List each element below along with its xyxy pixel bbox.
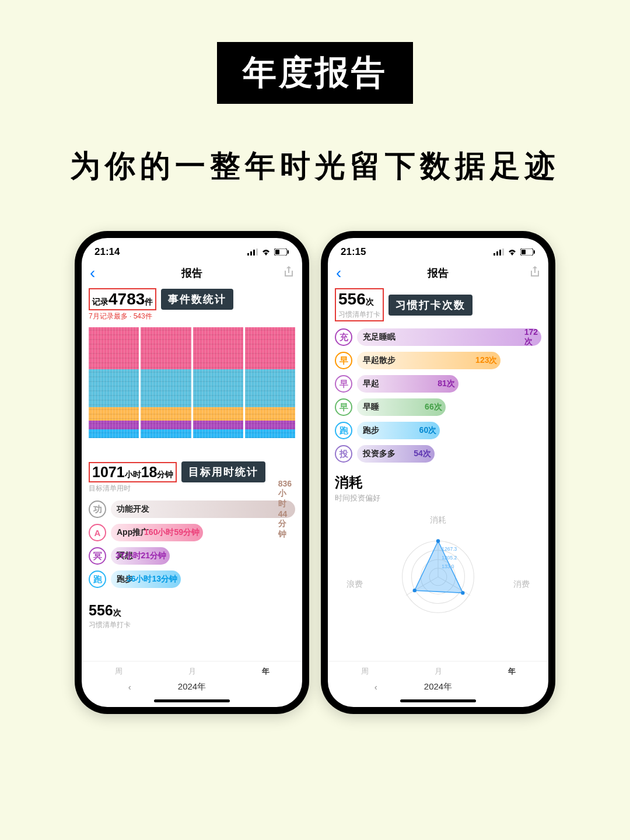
subtitle: 为你的一整年时光留下数据足迹: [0, 146, 630, 187]
phone-left: 21:14 ‹ 报告: [75, 231, 309, 714]
stat-time-sub: 目标清单用时: [89, 484, 295, 494]
svg-rect-12: [522, 250, 526, 254]
period-tabs: 周 月 年: [82, 661, 302, 678]
svg-point-24: [461, 591, 464, 594]
stat-events: 记录4783件: [89, 288, 156, 310]
bar-label: 早起: [363, 375, 379, 393]
consume-subtitle: 时间投资偏好: [335, 493, 541, 503]
heatmap-chart[interactable]: [89, 327, 295, 438]
bar-row[interactable]: 冥 冥想 37小时21分钟: [89, 547, 295, 565]
tab-year[interactable]: 年: [508, 666, 516, 677]
bar-icon: 充: [335, 328, 352, 346]
bar-row[interactable]: 跑 跑步 36小时13分钟: [89, 570, 295, 588]
radar-label-top: 消耗: [430, 515, 446, 526]
svg-rect-9: [499, 250, 501, 256]
bar-value: 60次: [419, 422, 437, 439]
status-bar: 21:15: [328, 238, 548, 260]
status-time: 21:15: [341, 246, 366, 258]
title-badge: 年度报告: [217, 42, 413, 104]
bar-row[interactable]: 充 充足睡眠 172次: [335, 328, 541, 346]
bar-icon: 跑: [335, 422, 352, 439]
stat-events-sub: 7月记录最多 · 543件: [89, 312, 295, 321]
bar-row[interactable]: 跑 跑步 60次: [335, 422, 541, 439]
label-events: 事件数统计: [161, 289, 233, 310]
home-indicator: [154, 699, 230, 702]
bar-value: 37小时21分钟: [116, 547, 166, 565]
status-time: 21:14: [94, 246, 120, 258]
svg-point-23: [413, 589, 416, 592]
bar-icon: 功: [89, 501, 106, 518]
prev-year-button[interactable]: ‹: [374, 682, 377, 692]
battery-icon: [274, 249, 289, 256]
signal-icon: [494, 249, 504, 256]
radar-label-left: 浪费: [346, 579, 363, 590]
tab-week[interactable]: 周: [115, 666, 123, 677]
signal-icon: [247, 249, 258, 256]
tab-month[interactable]: 月: [435, 666, 442, 677]
bar-value: 81次: [438, 375, 455, 393]
tab-week[interactable]: 周: [361, 666, 369, 677]
share-button[interactable]: [284, 266, 294, 280]
year-label[interactable]: 2024年: [424, 681, 452, 692]
svg-rect-3: [256, 249, 258, 256]
svg-rect-7: [494, 253, 495, 256]
svg-rect-13: [534, 250, 535, 254]
label-time: 目标用时统计: [181, 461, 265, 482]
radar-label-right: 消费: [513, 579, 530, 590]
stat-habit: 556次: [89, 602, 295, 619]
bar-icon: 投: [335, 445, 352, 463]
svg-text:133.0: 133.0: [442, 564, 454, 569]
bar-value: 172次: [524, 328, 538, 346]
bar-label: 早起散步: [363, 352, 396, 369]
bar-row[interactable]: 早 早起 81次: [335, 375, 541, 393]
wifi-icon: [261, 249, 271, 256]
bar-value: 123次: [475, 352, 497, 369]
bar-value: 66次: [425, 398, 442, 416]
status-icons: [494, 249, 536, 256]
bar-label: 跑步: [363, 422, 379, 439]
label-habit: 习惯打卡次数: [388, 295, 473, 316]
svg-rect-8: [496, 251, 498, 256]
prev-year-button[interactable]: ‹: [128, 682, 131, 692]
svg-text:1205.2: 1205.2: [442, 555, 457, 561]
stat-habit: 556次 习惯清单打卡: [335, 288, 384, 321]
stat-habit-sub: 习惯清单打卡: [89, 620, 295, 630]
svg-rect-6: [288, 250, 289, 254]
svg-rect-10: [502, 249, 504, 256]
stat-time: 1071小时18分钟: [89, 462, 177, 482]
bar-icon: 早: [335, 375, 352, 393]
status-icons: [247, 249, 289, 256]
bar-icon: 早: [335, 352, 352, 369]
nav-title: 报告: [428, 266, 449, 280]
tab-year[interactable]: 年: [262, 666, 270, 677]
bar-label: 投资多多: [363, 445, 396, 463]
bar-label: 功能开发: [117, 501, 149, 518]
bar-row[interactable]: A App推广 160小时59分钟: [89, 524, 295, 541]
bar-row[interactable]: 早 早起散步 123次: [335, 352, 541, 369]
back-button[interactable]: ‹: [336, 265, 341, 281]
consume-section: 消耗 时间投资偏好: [335, 473, 541, 503]
bar-value: 160小时59分钟: [144, 524, 200, 541]
svg-rect-5: [275, 250, 279, 254]
bar-row[interactable]: 投 投资多多 54次: [335, 445, 541, 463]
bar-row[interactable]: 早 早睡 66次: [335, 398, 541, 416]
nav-bar: ‹ 报告: [328, 260, 548, 286]
bar-label: 充足睡眠: [363, 328, 396, 346]
year-label[interactable]: 2024年: [178, 681, 206, 692]
svg-point-22: [436, 539, 440, 542]
consume-title: 消耗: [335, 473, 541, 492]
home-indicator: [400, 699, 476, 702]
bar-row[interactable]: 功 功能开发 836小时44分钟: [89, 501, 295, 518]
battery-icon: [520, 249, 536, 256]
tab-month[interactable]: 月: [188, 666, 196, 677]
bar-icon: 早: [335, 398, 352, 416]
radar-chart[interactable]: 消耗 浪费 消费 1267.3 1205.2 133.: [335, 515, 541, 620]
bar-value: 54次: [414, 445, 431, 463]
bar-value: 836小时44分钟: [278, 501, 292, 518]
share-button[interactable]: [530, 266, 540, 280]
svg-rect-2: [253, 250, 255, 256]
status-bar: 21:14: [82, 238, 302, 260]
phone-right: 21:15 ‹ 报告: [321, 231, 555, 714]
bar-value: 36小时13分钟: [127, 570, 177, 588]
back-button[interactable]: ‹: [90, 265, 95, 281]
